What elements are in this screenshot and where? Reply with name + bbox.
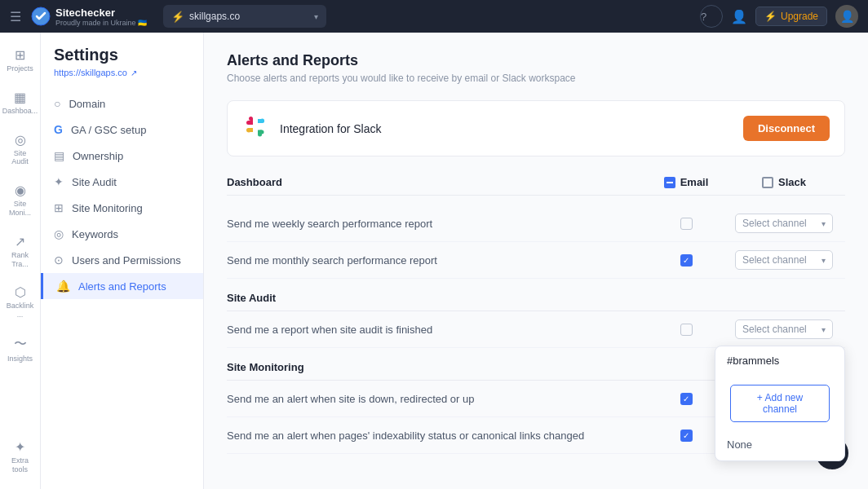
avatar[interactable]: 👤 bbox=[835, 5, 858, 28]
sidenav-item-insights[interactable]: 〜 Insights bbox=[2, 329, 38, 370]
main-sidenav: ⊞ Projects ▦ Dashboa... ◎ Site Audit ◉ S… bbox=[0, 33, 41, 489]
audit-email-checkbox[interactable] bbox=[649, 324, 723, 336]
settings-url[interactable]: https://skillgaps.co ↗ bbox=[41, 68, 203, 90]
main-content: Alerts and Reports Choose alerts and rep… bbox=[204, 33, 868, 489]
sidenav-item-site-monitoring[interactable]: ◉ Site Moni... bbox=[2, 176, 38, 224]
ownership-icon: ▤ bbox=[54, 149, 64, 162]
settings-nav-keywords[interactable]: ◎ Keywords bbox=[41, 221, 203, 247]
projects-icon: ⊞ bbox=[15, 47, 25, 63]
settings-nav-ga-gsc[interactable]: G GA / GSC setup bbox=[41, 117, 203, 143]
lightning-icon: ⚡ bbox=[171, 11, 184, 23]
help-button[interactable]: ? bbox=[700, 5, 723, 28]
sidenav-item-projects[interactable]: ⊞ Projects bbox=[2, 41, 38, 80]
slack-channel-dropdown: #brammels + Add new channel None bbox=[715, 346, 845, 461]
alerts-table-header: Dashboard Email Slack bbox=[227, 176, 845, 196]
monitoring-settings-icon: ⊞ bbox=[54, 201, 64, 214]
site-down-email-checkbox[interactable] bbox=[649, 393, 723, 405]
channel-option-none[interactable]: None bbox=[715, 432, 844, 460]
page-title: Alerts and Reports bbox=[227, 52, 845, 69]
email-header: Email bbox=[649, 176, 723, 188]
audit-slack-select[interactable]: Select channel ▾ #brammels + Add new cha… bbox=[723, 319, 845, 339]
weekly-slack-select[interactable]: Select channel ▾ bbox=[723, 214, 845, 233]
external-link-icon: ↗ bbox=[131, 68, 137, 77]
dashboard-icon: ▦ bbox=[14, 90, 26, 105]
menu-icon[interactable]: ☰ bbox=[10, 9, 21, 24]
site-audit-section: Site Audit Send me a report when site au… bbox=[227, 292, 845, 348]
users-icon: ⊙ bbox=[54, 253, 64, 267]
upgrade-button[interactable]: ⚡ Upgrade bbox=[755, 7, 827, 26]
user-add-button[interactable]: 👤 bbox=[731, 9, 747, 24]
weekly-email-checkbox[interactable] bbox=[649, 218, 723, 230]
add-new-channel-button[interactable]: + Add new channel bbox=[730, 385, 830, 422]
add-channel-container: + Add new channel bbox=[715, 375, 844, 432]
sidenav-item-extra-tools[interactable]: ✦ Extra tools bbox=[2, 433, 38, 481]
topbar: ☰ Sitechecker Proudly made in Ukraine 🇺🇦… bbox=[0, 0, 868, 33]
settings-nav-site-audit[interactable]: ✦ Site Audit bbox=[41, 169, 203, 195]
topbar-url[interactable]: ⚡ skillgaps.co ▾ bbox=[163, 5, 326, 28]
alert-row-monthly: Send me monthly search performance repor… bbox=[227, 242, 845, 279]
channel-option-brammels[interactable]: #brammels bbox=[715, 346, 844, 375]
slack-logo-icon bbox=[242, 112, 268, 144]
upgrade-icon: ⚡ bbox=[764, 11, 777, 22]
slack-header-check-icon bbox=[762, 177, 773, 188]
url-dropdown-icon: ▾ bbox=[314, 12, 318, 21]
sidenav-item-rank-tracker[interactable]: ↗ Rank Tra... bbox=[2, 227, 38, 275]
alert-row-audit-finished: Send me a report when site audit is fini… bbox=[227, 311, 845, 348]
disconnect-button[interactable]: Disconnect bbox=[743, 116, 830, 141]
svg-rect-1 bbox=[242, 112, 268, 139]
site-audit-icon: ◎ bbox=[15, 132, 26, 148]
sitechecker-logo-icon bbox=[31, 7, 51, 26]
settings-sidebar: Settings https://skillgaps.co ↗ ○ Domain… bbox=[41, 33, 204, 489]
site-audit-settings-icon: ✦ bbox=[54, 175, 64, 188]
domain-icon: ○ bbox=[54, 97, 60, 110]
monthly-email-checkbox[interactable] bbox=[649, 254, 723, 267]
slack-label: Integration for Slack bbox=[280, 122, 743, 135]
chevron-down-icon: ▾ bbox=[822, 325, 826, 334]
rank-tracker-icon: ↗ bbox=[15, 234, 25, 249]
email-partial-check-icon bbox=[664, 177, 675, 188]
chevron-down-icon: ▾ bbox=[822, 256, 826, 265]
site-audit-section-title: Site Audit bbox=[227, 292, 845, 311]
slack-header: Slack bbox=[723, 176, 845, 188]
ga-icon: G bbox=[54, 123, 63, 136]
indexability-email-checkbox[interactable] bbox=[649, 430, 723, 442]
monthly-slack-select[interactable]: Select channel ▾ bbox=[723, 250, 845, 270]
page-subtitle: Choose alerts and reports you would like… bbox=[227, 73, 845, 84]
alert-row-weekly: Send me weekly search performance report… bbox=[227, 205, 845, 242]
sidenav-item-backlinks[interactable]: ⬡ Backlink ... bbox=[2, 278, 38, 326]
settings-nav-users-permissions[interactable]: ⊙ Users and Permissions bbox=[41, 247, 203, 273]
logo-text: Sitechecker Proudly made in Ukraine 🇺🇦 bbox=[55, 7, 147, 27]
settings-nav-alerts-reports[interactable]: 🔔 Alerts and Reports bbox=[41, 273, 203, 299]
settings-nav-ownership[interactable]: ▤ Ownership bbox=[41, 143, 203, 169]
backlinks-icon: ⬡ bbox=[15, 284, 26, 300]
sidenav-item-dashboard[interactable]: ▦ Dashboa... bbox=[2, 83, 38, 122]
settings-title: Settings bbox=[41, 46, 203, 68]
sidenav-item-site-audit[interactable]: ◎ Site Audit bbox=[2, 126, 38, 174]
chevron-down-icon: ▾ bbox=[822, 219, 826, 228]
insights-icon: 〜 bbox=[14, 336, 27, 353]
bell-icon: 🔔 bbox=[56, 280, 70, 293]
keywords-icon: ◎ bbox=[54, 227, 64, 240]
dashboard-section: Dashboard Email Slack Send me weekly sea… bbox=[227, 176, 845, 279]
extra-tools-icon: ✦ bbox=[15, 439, 25, 455]
slack-integration-box: Integration for Slack Disconnect bbox=[227, 100, 845, 156]
dashboard-section-title: Dashboard Email Slack bbox=[227, 176, 845, 196]
settings-nav-domain[interactable]: ○ Domain bbox=[41, 90, 203, 117]
logo: Sitechecker Proudly made in Ukraine 🇺🇦 bbox=[31, 7, 147, 27]
settings-nav-site-monitoring[interactable]: ⊞ Site Monitoring bbox=[41, 195, 203, 221]
site-monitoring-icon: ◉ bbox=[15, 183, 26, 198]
